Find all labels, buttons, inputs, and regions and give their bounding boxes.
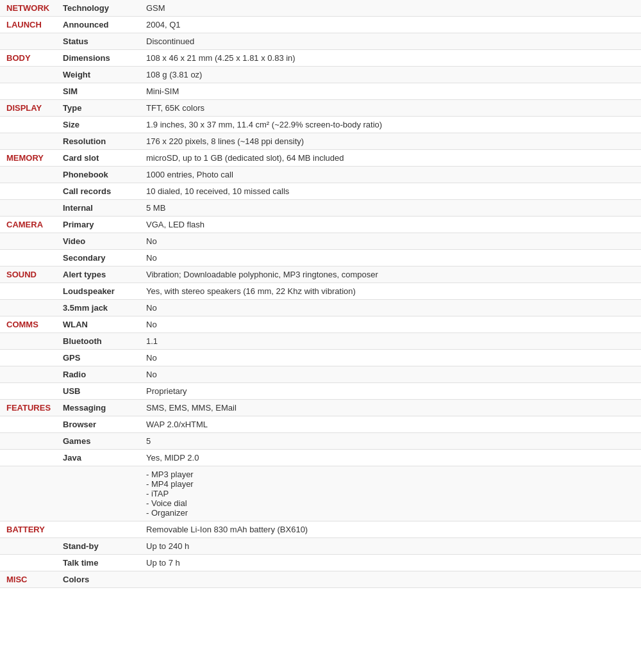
label-cell: Talk time [58,555,141,571]
value-cell: 1000 entries, Photo call [141,167,641,183]
value-cell: No [141,250,641,266]
value-cell: Removable Li-Ion 830 mAh battery (BX610) [141,521,641,538]
value-cell: WAP 2.0/xHTML [141,416,641,433]
label-cell: Phonebook [58,167,141,183]
value-cell: SMS, EMS, MMS, EMail [141,400,641,416]
label-cell: Weight [58,67,141,83]
label-cell: Call records [58,183,141,200]
category-cell: MEMORY [0,150,58,167]
category-cell: BATTERY [0,521,58,538]
label-cell: Video [58,233,141,250]
value-cell: 10 dialed, 10 received, 10 missed calls [141,183,641,200]
label-cell: Resolution [58,133,141,150]
value-cell: 108 g (3.81 oz) [141,67,641,83]
label-cell: Radio [58,366,141,383]
label-cell: Type [58,100,141,117]
value-cell: 176 x 220 pixels, 8 lines (~148 ppi dens… [141,133,641,150]
label-cell: Games [58,433,141,450]
label-cell: USB [58,383,141,400]
category-cell: SOUND [0,266,58,283]
category-cell [0,83,58,100]
category-cell [0,555,58,571]
label-cell: SIM [58,83,141,100]
value-cell: Proprietary [141,383,641,400]
value-cell: Vibration; Downloadable polyphonic, MP3 … [141,266,641,283]
value-cell: No [141,366,641,383]
value-cell: 1.1 [141,333,641,350]
value-cell: No [141,233,641,250]
label-cell [58,466,141,521]
value-cell: microSD, up to 1 GB (dedicated slot), 64… [141,150,641,167]
label-cell: Technology [58,0,141,17]
category-cell [0,250,58,266]
value-cell: No [141,350,641,366]
label-cell: Primary [58,217,141,233]
label-cell: Alert types [58,266,141,283]
value-cell: No [141,300,641,316]
value-cell: Up to 240 h [141,538,641,555]
label-cell: Messaging [58,400,141,416]
specs-table: NETWORKTechnologyGSMLAUNCHAnnounced2004,… [0,0,641,588]
category-cell [0,300,58,316]
value-cell: TFT, 65K colors [141,100,641,117]
label-cell: Internal [58,200,141,217]
category-cell: COMMS [0,316,58,333]
label-cell: Colors [58,571,141,588]
category-cell [0,450,58,466]
value-cell: 2004, Q1 [141,17,641,33]
category-cell: LAUNCH [0,17,58,33]
label-cell: 3.5mm jack [58,300,141,316]
category-cell [0,167,58,183]
label-cell: GPS [58,350,141,366]
category-cell [0,33,58,50]
value-cell: - MP3 player- MP4 player- iTAP- Voice di… [141,466,641,521]
category-cell [0,383,58,400]
category-cell [0,333,58,350]
category-cell: DISPLAY [0,100,58,117]
category-cell [0,350,58,366]
label-cell: Browser [58,416,141,433]
label-cell [58,521,141,538]
category-cell [0,67,58,83]
category-cell [0,200,58,217]
value-cell: VGA, LED flash [141,217,641,233]
label-cell: Dimensions [58,50,141,67]
category-cell [0,117,58,133]
label-cell: Bluetooth [58,333,141,350]
value-cell: GSM [141,0,641,17]
label-cell: Size [58,117,141,133]
label-cell: Card slot [58,150,141,167]
value-cell [141,571,641,588]
category-cell: NETWORK [0,0,58,17]
category-cell: CAMERA [0,217,58,233]
value-cell: Up to 7 h [141,555,641,571]
label-cell: Announced [58,17,141,33]
category-cell: BODY [0,50,58,67]
category-cell [0,133,58,150]
label-cell: Status [58,33,141,50]
category-cell: FEATURES [0,400,58,416]
category-cell [0,233,58,250]
category-cell [0,366,58,383]
category-cell: MISC [0,571,58,588]
value-cell: 108 x 46 x 21 mm (4.25 x 1.81 x 0.83 in) [141,50,641,67]
category-cell [0,466,58,521]
label-cell: Java [58,450,141,466]
value-cell: Discontinued [141,33,641,50]
label-cell: Secondary [58,250,141,266]
value-cell: 5 MB [141,200,641,217]
value-cell: 1.9 inches, 30 x 37 mm, 11.4 cm² (~22.9%… [141,117,641,133]
category-cell [0,283,58,300]
category-cell [0,183,58,200]
value-cell: No [141,316,641,333]
label-cell: WLAN [58,316,141,333]
category-cell [0,416,58,433]
value-cell: Yes, MIDP 2.0 [141,450,641,466]
value-cell: 5 [141,433,641,450]
category-cell [0,433,58,450]
value-cell: Yes, with stereo speakers (16 mm, 22 Khz… [141,283,641,300]
label-cell: Loudspeaker [58,283,141,300]
label-cell: Stand-by [58,538,141,555]
category-cell [0,538,58,555]
value-cell: Mini-SIM [141,83,641,100]
